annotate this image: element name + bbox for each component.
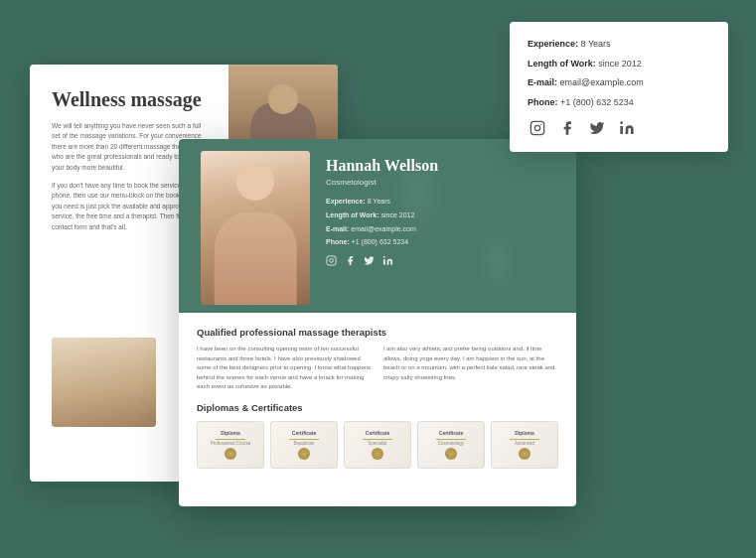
profile-linkedin-icon[interactable] [382, 255, 393, 268]
section1-text: I have been on the consulting opening te… [197, 345, 558, 392]
profile-experience-value: 8 Years [368, 198, 390, 205]
diploma-card-3: Certificate Specialist [344, 421, 411, 469]
social-links [528, 118, 710, 138]
svg-point-1 [534, 126, 539, 131]
section1-col2: I am also very athletic and prefer being… [383, 345, 558, 392]
length-row: Length of Work: since 2012 [528, 58, 710, 70]
back-card-title: Wellness massage [52, 88, 202, 111]
profile-email-value: email@example.com [351, 225, 415, 232]
email-value: email@example.com [560, 77, 644, 87]
diploma-card-4: Certificate Cosmetology [417, 421, 485, 469]
profile-phone: Phone: +1 (800) 632 5234 [326, 237, 560, 247]
twitter-icon[interactable] [587, 118, 607, 138]
info-card: Experience: 8 Years Length of Work: sinc… [510, 22, 728, 152]
experience-label: Experience: [528, 39, 578, 49]
phone-row: Phone: +1 (800) 632 5234 [528, 96, 710, 109]
profile-experience-label: Experience: [326, 198, 366, 205]
diploma-5-sub: Advanced [515, 441, 534, 446]
diploma-4-title: Certificate [439, 430, 463, 436]
length-value: since 2012 [598, 59, 642, 69]
diploma-card-2: Certificate Beautician [270, 421, 338, 469]
instagram-icon[interactable] [528, 118, 547, 138]
svg-point-4 [620, 122, 623, 125]
length-label: Length of Work: [528, 59, 596, 69]
profile-length-value: since 2012 [380, 211, 414, 218]
profile-instagram-icon[interactable] [326, 255, 337, 268]
diploma-3-seal [372, 448, 383, 460]
diploma-3-sub: Specialist [368, 441, 386, 446]
section1-col1: I have been on the consulting opening te… [197, 345, 372, 392]
svg-point-6 [330, 259, 334, 263]
profile-photo [201, 151, 310, 305]
svg-point-7 [334, 258, 335, 259]
phone-label: Phone: [528, 97, 558, 107]
profile-facebook-icon[interactable] [345, 255, 356, 268]
hands-silhouette [52, 338, 156, 427]
email-row: E-mail: email@example.com [528, 76, 710, 89]
profile-phone-label: Phone: [326, 238, 350, 245]
diploma-2-seal [298, 448, 310, 460]
section1-title: Qualified professional massage therapist… [197, 327, 558, 338]
profile-twitter-icon[interactable] [364, 255, 375, 268]
svg-rect-5 [327, 256, 336, 265]
diploma-card-5: Diploma Advanced [491, 421, 558, 469]
profile-name: Hannah Wellson [326, 157, 560, 175]
diploma-2-sub: Beautician [293, 441, 314, 446]
section2-title: Diplomas & Certificates [197, 402, 558, 413]
profile-email-label: E-mail: [326, 225, 349, 232]
profile-info: Hannah Wellson Cosmetologist Experience:… [326, 157, 560, 268]
diploma-1-seal [225, 448, 236, 460]
diploma-1-title: Diploma [221, 430, 240, 436]
profile-profession: Cosmetologist [326, 178, 560, 187]
diploma-5-seal [519, 448, 530, 460]
diploma-row: Diploma Professional Course Certificate … [197, 421, 558, 469]
experience-value: 8 Years [581, 39, 611, 49]
diploma-4-seal [445, 448, 457, 460]
svg-point-9 [383, 256, 385, 258]
svg-rect-3 [620, 126, 623, 134]
diploma-3-title: Certificate [366, 430, 389, 436]
front-card-body: Qualified professional massage therapist… [179, 313, 576, 483]
profile-person-image [201, 151, 310, 305]
profile-social-links [326, 255, 560, 268]
diploma-5-title: Diploma [515, 430, 534, 436]
diploma-4-sub: Cosmetology [438, 441, 464, 446]
diploma-card-1: Diploma Professional Course [197, 421, 264, 469]
front-card-header: Hannah Wellson Cosmetologist Experience:… [179, 139, 576, 313]
profile-experience: Experience: 8 Years [326, 197, 560, 207]
diploma-2-title: Certificate [292, 430, 316, 436]
svg-rect-0 [530, 122, 543, 135]
profile-length: Length of Work: since 2012 [326, 210, 560, 220]
front-card: Hannah Wellson Cosmetologist Experience:… [179, 139, 576, 506]
svg-point-2 [540, 124, 541, 125]
linkedin-icon[interactable] [617, 118, 637, 138]
profile-email: E-mail: email@example.com [326, 224, 560, 234]
email-label: E-mail: [528, 77, 557, 87]
profile-phone-value: +1 (800) 632 5234 [352, 238, 408, 245]
back-card-bottom-photo [52, 338, 156, 427]
phone-value: +1 (800) 632 5234 [560, 97, 634, 107]
profile-length-label: Length of Work: [326, 211, 379, 218]
svg-rect-8 [383, 259, 385, 265]
diploma-1-sub: Professional Course [211, 441, 251, 446]
facebook-icon[interactable] [557, 118, 577, 138]
experience-row: Experience: 8 Years [528, 38, 710, 51]
